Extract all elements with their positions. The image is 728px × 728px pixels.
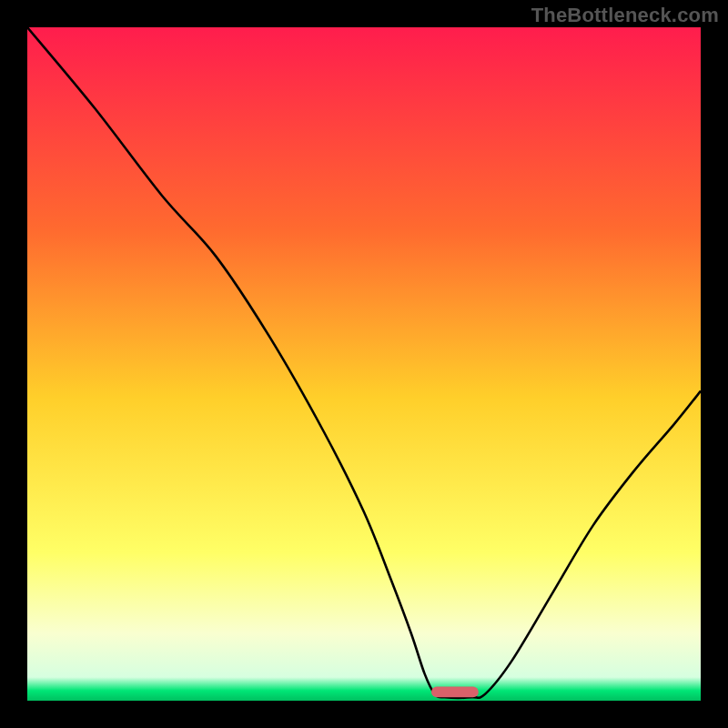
plot-area [27,27,701,701]
optimal-range-marker [431,686,479,697]
gradient-background [27,27,701,701]
chart-frame: TheBottleneck.com [0,0,728,728]
watermark-label: TheBottleneck.com [531,4,719,27]
bottleneck-chart [27,27,701,701]
